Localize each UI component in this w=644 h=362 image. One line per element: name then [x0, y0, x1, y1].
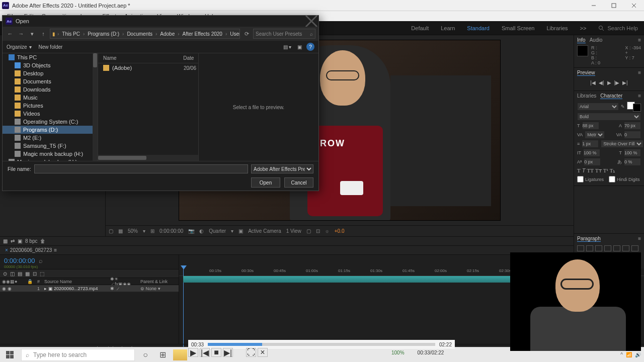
tray-up-icon[interactable]: ^ [620, 352, 623, 357]
nav-recent-button[interactable]: ▾ [28, 29, 37, 38]
nav-back-button[interactable]: ← [6, 29, 15, 38]
scrollbar-thumb[interactable] [98, 156, 146, 160]
tree-item[interactable]: Downloads [3, 85, 98, 94]
justify-left-icon[interactable] [604, 245, 611, 251]
quality-dropdown[interactable]: Quarter [209, 228, 226, 234]
tree-item[interactable]: This PC [3, 53, 98, 61]
type-allcaps-icon[interactable]: TT [587, 167, 593, 174]
tl-tool-icon[interactable]: ⊡ [33, 271, 37, 277]
resolution-icon[interactable]: ⊞ [150, 228, 154, 234]
trash-icon[interactable]: 🗑 [40, 238, 45, 244]
help-search[interactable]: Search Help [592, 25, 644, 31]
mask-icon[interactable]: ▢ [109, 228, 113, 234]
cortana-button[interactable]: ○ [137, 347, 154, 363]
text-color-swatch[interactable] [627, 102, 641, 112]
layer-row[interactable]: ◉ ◉ 1 ▸ ▣ 20200060...2723.mp4 ✱ ⟋ ⊚ None… [0, 285, 179, 292]
col-source[interactable]: Source Name [42, 279, 108, 284]
baseline-input[interactable] [584, 158, 601, 166]
tab-preview[interactable]: Preview [577, 70, 595, 76]
tree-item[interactable]: Pictures [3, 102, 98, 110]
tree-item[interactable]: Samsung_T5 (F:) [3, 142, 98, 150]
tracking-input[interactable] [624, 131, 641, 139]
fullscreen-button[interactable]: ⛶ [246, 348, 256, 357]
col-header-name[interactable]: Name [98, 55, 183, 61]
stroke-fill-select[interactable]: Stroke Over Fill [601, 140, 643, 148]
tree-item[interactable]: Music [3, 94, 98, 102]
nav-forward-button[interactable]: → [17, 29, 26, 38]
channel-icon[interactable]: ◐ [199, 228, 204, 234]
timeline-timecode[interactable]: 0:00:00:00 [4, 257, 35, 264]
dialog-close-button[interactable] [304, 16, 318, 27]
kerning-select[interactable]: Metrics [585, 131, 605, 139]
tray-wifi-icon[interactable]: 📶 [626, 352, 632, 357]
preview-pane-button[interactable]: ▣ [294, 42, 304, 51]
exposure-icon[interactable]: ☼ [325, 228, 330, 234]
tl-tool-icon[interactable]: ◫ [10, 271, 15, 277]
preview-play-icon[interactable]: ▶ [607, 80, 611, 85]
task-view-button[interactable]: ⊞ [154, 347, 171, 363]
tab-info[interactable]: Info [577, 37, 586, 43]
font-weight-select[interactable]: Bold [577, 113, 641, 121]
justify-center-icon[interactable] [613, 245, 620, 251]
file-list[interactable]: Name Date (Adobe) 20/06 [98, 53, 199, 161]
panel-menu-icon[interactable]: ≡ [638, 37, 641, 43]
preview-first-icon[interactable]: |◀ [590, 80, 596, 85]
tree-item[interactable]: Programs (D:) [3, 126, 98, 134]
ligatures-checkbox[interactable]: Ligatures [577, 176, 604, 183]
window-close-button[interactable] [624, 0, 644, 11]
organize-button[interactable]: Organize ▾ [7, 44, 32, 50]
system-tray[interactable]: ^ 📶 🔊 [620, 352, 644, 357]
align-right-icon[interactable] [595, 245, 602, 251]
workspace-default[interactable]: Default [405, 25, 435, 31]
workspace-standard[interactable]: Standard [461, 25, 496, 31]
vscale-input[interactable] [583, 149, 600, 157]
panel-menu-icon[interactable]: ≡ [638, 70, 641, 76]
ref-icon[interactable]: ⊡ [316, 228, 320, 234]
tree-item[interactable]: Operating System (C:) [3, 118, 98, 126]
comp-icon[interactable]: ▣ [18, 238, 22, 244]
transparency-icon[interactable]: ▣ [238, 228, 243, 234]
nav-refresh-button[interactable]: ⟳ [242, 29, 251, 38]
type-sub-icon[interactable]: T₁ [610, 167, 615, 174]
tree-item[interactable]: M2 (E:) [3, 134, 98, 142]
next-button[interactable]: ▶| [223, 348, 233, 357]
exposure-value[interactable]: +0.0 [335, 228, 345, 234]
type-italic-icon[interactable]: T [582, 167, 586, 174]
hscale-input[interactable] [624, 149, 641, 157]
scrollbar-thumb[interactable] [93, 53, 97, 67]
tree-item[interactable]: Desktop [3, 69, 98, 77]
font-family-select[interactable]: Arial [577, 103, 619, 111]
workspace-libraries[interactable]: Libraries [540, 25, 574, 31]
workspace-learn[interactable]: Learn [435, 25, 461, 31]
views-dropdown[interactable]: 1 View [286, 228, 301, 234]
tl-tool-icon[interactable]: ▦ [25, 271, 30, 277]
preview-last-icon[interactable]: ▶| [622, 80, 628, 85]
preview-next-icon[interactable]: |▶ [614, 80, 620, 85]
workspace-more[interactable]: >> [574, 25, 593, 31]
eyedropper-icon[interactable]: ✎ [621, 104, 625, 109]
prev-button[interactable]: |◀ [200, 348, 210, 357]
new-folder-button[interactable]: New folder [39, 44, 63, 50]
tree-item[interactable]: 3D Objects [3, 61, 98, 69]
cancel-button[interactable]: Cancel [284, 177, 313, 188]
col-parent[interactable]: Parent & Link [138, 279, 179, 284]
justify-right-icon[interactable] [622, 245, 629, 251]
playhead-icon[interactable] [181, 265, 187, 269]
flow-icon[interactable]: ⇄ [11, 238, 15, 244]
stroke-width-input[interactable] [582, 140, 599, 148]
zoom-value[interactable]: 50% [128, 228, 138, 234]
tab-libraries[interactable]: Libraries [577, 93, 596, 99]
tab-paragraph[interactable]: Paragraph [577, 236, 601, 242]
tab-character[interactable]: Character [600, 93, 622, 99]
font-size-input[interactable] [582, 122, 599, 130]
open-button[interactable]: Open [251, 177, 280, 188]
taskbar-app-explorer[interactable] [173, 349, 187, 360]
nav-up-button[interactable]: ↑ [39, 29, 48, 38]
align-left-icon[interactable] [577, 245, 584, 251]
timeline-search-icon[interactable]: ⌕ [39, 257, 43, 264]
grid-icon[interactable]: ▦ [118, 228, 123, 234]
close-media-button[interactable]: × [258, 348, 268, 357]
tl-tool-icon[interactable]: ⊙ [3, 271, 7, 277]
type-smallcaps-icon[interactable]: Tᴛ [595, 167, 602, 174]
hindi-checkbox[interactable]: Hindi Digits [609, 176, 640, 183]
